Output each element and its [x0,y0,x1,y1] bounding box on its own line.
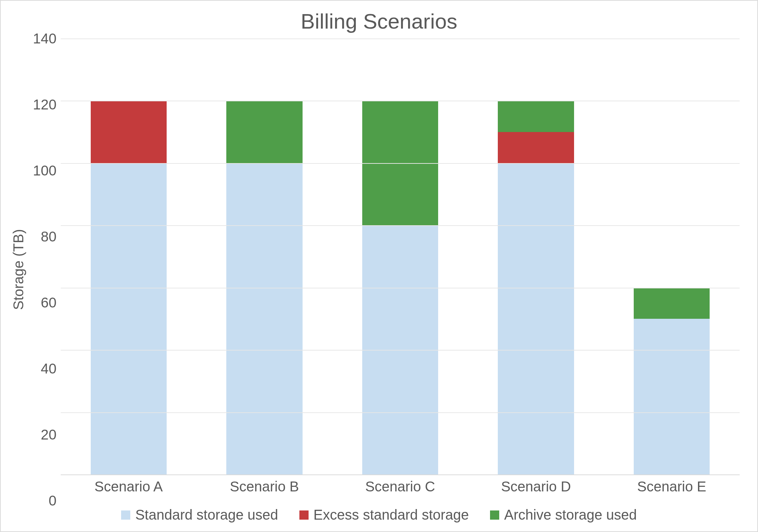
bar-slot [61,38,197,474]
bar-segment [91,163,167,474]
x-tick-label: Scenario B [197,475,333,501]
plot-col: Scenario AScenario BScenario CScenario D… [61,38,740,501]
legend-item: Excess standard storage [299,507,469,523]
gridline [61,412,740,413]
gridline [61,350,740,351]
bars-layer [61,38,740,474]
y-tick-label: 140 [33,31,56,47]
bar-slot [332,38,468,474]
gridline [61,38,740,39]
bar-segment [91,101,167,163]
plot-area [61,38,740,475]
bar-segment [634,319,710,474]
x-tick-label: Scenario D [468,475,604,501]
gridline [61,288,740,288]
gridline [61,101,740,101]
x-axis-ticks: Scenario AScenario BScenario CScenario D… [61,475,740,501]
legend-swatch [299,510,309,520]
y-tick-label: 60 [41,295,57,311]
y-tick-label: 80 [41,229,57,245]
bar-segment [226,163,302,474]
bar-slot [468,38,604,474]
y-tick-label: 0 [49,493,56,509]
y-tick-label: 20 [41,427,57,443]
bar-segment [498,132,574,163]
legend-item: Archive storage used [490,507,637,523]
legend-label: Archive storage used [504,507,637,523]
x-tick-label: Scenario A [61,475,197,501]
legend-swatch [490,510,499,520]
bar-segment [226,101,302,163]
legend-label: Excess standard storage [314,507,469,523]
gridline [61,225,740,226]
y-axis-label: Storage (TB) [11,229,26,310]
y-tick-label: 120 [33,97,56,113]
y-axis-label-col: Storage (TB) [8,38,29,501]
gridline [61,163,740,164]
legend-label: Standard storage used [135,507,278,523]
y-tick-label: 100 [33,163,56,179]
x-tick-label: Scenario C [332,475,468,501]
legend-item: Standard storage used [121,507,278,523]
x-tick-label: Scenario E [604,475,740,501]
bar-slot [604,38,740,474]
chart-frame: Billing Scenarios Storage (TB) 020406080… [0,0,758,532]
bar-segment [498,163,574,474]
stacked-bar [634,288,710,474]
y-axis-ticks: 020406080100120140 [29,38,61,501]
plot-row: Storage (TB) 020406080100120140 Scenario… [8,38,750,501]
legend: Standard storage usedExcess standard sto… [8,501,750,524]
bar-segment [634,288,710,319]
chart-title: Billing Scenarios [8,9,750,34]
legend-swatch [121,510,130,520]
right-pad [740,38,750,501]
y-tick-label: 40 [41,361,57,377]
bar-slot [197,38,333,474]
bar-segment [498,101,574,132]
